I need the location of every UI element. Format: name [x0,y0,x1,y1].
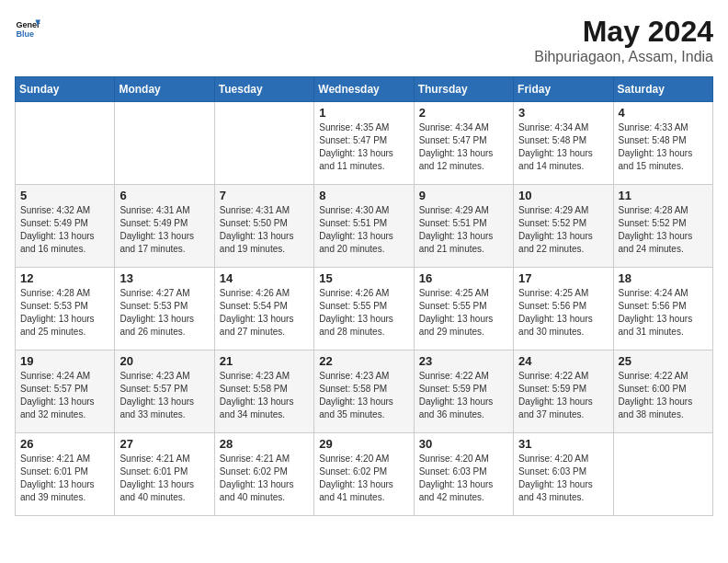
weekday-header-sunday: Sunday [16,77,115,102]
calendar-cell: 2Sunrise: 4:34 AM Sunset: 5:47 PM Daylig… [414,102,513,185]
calendar-cell: 1Sunrise: 4:35 AM Sunset: 5:47 PM Daylig… [314,102,414,185]
calendar-cell: 25Sunrise: 4:22 AM Sunset: 6:00 PM Dayli… [613,350,712,433]
day-number: 23 [419,354,508,368]
day-number: 26 [20,437,109,451]
day-number: 28 [220,437,309,451]
day-number: 9 [419,189,508,202]
day-info: Sunrise: 4:35 AM Sunset: 5:47 PM Dayligh… [319,121,408,173]
calendar-cell: 14Sunrise: 4:26 AM Sunset: 5:54 PM Dayli… [214,268,313,350]
day-number: 27 [119,437,209,451]
day-info: Sunrise: 4:25 AM Sunset: 5:55 PM Dayligh… [419,287,508,339]
day-number: 17 [518,271,608,285]
day-number: 25 [619,354,708,368]
weekday-header-monday: Monday [115,77,214,102]
day-number: 10 [518,189,608,202]
calendar-cell: 10Sunrise: 4:29 AM Sunset: 5:52 PM Dayli… [514,185,613,268]
day-info: Sunrise: 4:34 AM Sunset: 5:48 PM Dayligh… [518,121,608,173]
calendar-cell: 28Sunrise: 4:21 AM Sunset: 6:02 PM Dayli… [214,433,313,516]
day-number: 12 [20,271,109,285]
day-number: 16 [419,271,508,285]
calendar-cell: 13Sunrise: 4:27 AM Sunset: 5:53 PM Dayli… [115,268,214,350]
week-row-3: 12Sunrise: 4:28 AM Sunset: 5:53 PM Dayli… [16,268,713,350]
day-number: 7 [220,189,309,202]
day-info: Sunrise: 4:31 AM Sunset: 5:49 PM Dayligh… [119,204,209,256]
day-number: 19 [20,354,109,368]
day-info: Sunrise: 4:28 AM Sunset: 5:52 PM Dayligh… [619,204,708,256]
day-info: Sunrise: 4:20 AM Sunset: 6:02 PM Dayligh… [319,453,408,504]
calendar-cell: 15Sunrise: 4:26 AM Sunset: 5:55 PM Dayli… [314,268,414,350]
day-info: Sunrise: 4:22 AM Sunset: 5:59 PM Dayligh… [518,370,608,421]
calendar-cell: 27Sunrise: 4:21 AM Sunset: 6:01 PM Dayli… [115,433,214,516]
day-info: Sunrise: 4:22 AM Sunset: 6:00 PM Dayligh… [619,370,708,421]
day-info: Sunrise: 4:23 AM Sunset: 5:58 PM Dayligh… [319,370,408,421]
day-number: 2 [419,106,508,120]
day-info: Sunrise: 4:24 AM Sunset: 5:56 PM Dayligh… [619,287,708,339]
day-number: 30 [419,437,508,451]
day-number: 6 [119,189,209,202]
location-subtitle: Bihpuriagaon, Assam, India [534,49,713,65]
calendar-cell [214,102,313,185]
calendar-cell: 6Sunrise: 4:31 AM Sunset: 5:49 PM Daylig… [115,185,214,268]
weekday-header-wednesday: Wednesday [314,77,414,102]
day-number: 31 [518,437,608,451]
calendar-cell: 4Sunrise: 4:33 AM Sunset: 5:48 PM Daylig… [613,102,712,185]
day-number: 18 [619,271,708,285]
day-info: Sunrise: 4:22 AM Sunset: 5:59 PM Dayligh… [419,370,508,421]
calendar-cell: 31Sunrise: 4:20 AM Sunset: 6:03 PM Dayli… [514,433,613,516]
day-number: 5 [20,189,109,202]
weekday-header-friday: Friday [514,77,613,102]
day-number: 13 [119,271,209,285]
title-area: May 2024 Bihpuriagaon, Assam, India [534,15,713,65]
day-info: Sunrise: 4:31 AM Sunset: 5:50 PM Dayligh… [220,204,309,256]
day-number: 20 [119,354,209,368]
day-number: 22 [319,354,408,368]
day-info: Sunrise: 4:24 AM Sunset: 5:57 PM Dayligh… [20,370,109,421]
day-number: 3 [518,106,608,120]
calendar-cell: 17Sunrise: 4:25 AM Sunset: 5:56 PM Dayli… [514,268,613,350]
day-number: 4 [619,106,708,120]
calendar-cell [115,102,214,185]
day-number: 24 [518,354,608,368]
day-info: Sunrise: 4:32 AM Sunset: 5:49 PM Dayligh… [20,204,109,256]
day-number: 1 [319,106,408,120]
day-info: Sunrise: 4:20 AM Sunset: 6:03 PM Dayligh… [518,453,608,504]
month-year-title: May 2024 [534,15,713,49]
day-info: Sunrise: 4:29 AM Sunset: 5:51 PM Dayligh… [419,204,508,256]
calendar-cell: 11Sunrise: 4:28 AM Sunset: 5:52 PM Dayli… [613,185,712,268]
day-info: Sunrise: 4:34 AM Sunset: 5:47 PM Dayligh… [419,121,508,173]
page-header: General Blue May 2024 Bihpuriagaon, Assa… [15,15,713,65]
day-info: Sunrise: 4:28 AM Sunset: 5:53 PM Dayligh… [20,287,109,339]
day-number: 8 [319,189,408,202]
week-row-5: 26Sunrise: 4:21 AM Sunset: 6:01 PM Dayli… [16,433,713,516]
day-info: Sunrise: 4:25 AM Sunset: 5:56 PM Dayligh… [518,287,608,339]
calendar-cell: 26Sunrise: 4:21 AM Sunset: 6:01 PM Dayli… [16,433,115,516]
day-number: 15 [319,271,408,285]
day-info: Sunrise: 4:26 AM Sunset: 5:54 PM Dayligh… [220,287,309,339]
day-info: Sunrise: 4:23 AM Sunset: 5:58 PM Dayligh… [220,370,309,421]
calendar-table: SundayMondayTuesdayWednesdayThursdayFrid… [15,76,713,516]
weekday-header-tuesday: Tuesday [214,77,313,102]
calendar-cell [613,433,712,516]
calendar-cell: 20Sunrise: 4:23 AM Sunset: 5:57 PM Dayli… [115,350,214,433]
day-number: 29 [319,437,408,451]
day-info: Sunrise: 4:21 AM Sunset: 6:01 PM Dayligh… [119,453,209,504]
week-row-4: 19Sunrise: 4:24 AM Sunset: 5:57 PM Dayli… [16,350,713,433]
day-info: Sunrise: 4:21 AM Sunset: 6:02 PM Dayligh… [220,453,309,504]
day-info: Sunrise: 4:27 AM Sunset: 5:53 PM Dayligh… [119,287,209,339]
day-number: 14 [220,271,309,285]
calendar-cell: 8Sunrise: 4:30 AM Sunset: 5:51 PM Daylig… [314,185,414,268]
calendar-cell: 19Sunrise: 4:24 AM Sunset: 5:57 PM Dayli… [16,350,115,433]
weekday-header-row: SundayMondayTuesdayWednesdayThursdayFrid… [16,77,713,102]
day-number: 21 [220,354,309,368]
calendar-cell: 29Sunrise: 4:20 AM Sunset: 6:02 PM Dayli… [314,433,414,516]
calendar-cell: 18Sunrise: 4:24 AM Sunset: 5:56 PM Dayli… [613,268,712,350]
weekday-header-saturday: Saturday [613,77,712,102]
logo: General Blue [15,15,40,40]
day-info: Sunrise: 4:33 AM Sunset: 5:48 PM Dayligh… [619,121,708,173]
week-row-1: 1Sunrise: 4:35 AM Sunset: 5:47 PM Daylig… [16,102,713,185]
calendar-cell: 23Sunrise: 4:22 AM Sunset: 5:59 PM Dayli… [414,350,513,433]
week-row-2: 5Sunrise: 4:32 AM Sunset: 5:49 PM Daylig… [16,185,713,268]
day-info: Sunrise: 4:26 AM Sunset: 5:55 PM Dayligh… [319,287,408,339]
calendar-cell: 12Sunrise: 4:28 AM Sunset: 5:53 PM Dayli… [16,268,115,350]
calendar-cell: 5Sunrise: 4:32 AM Sunset: 5:49 PM Daylig… [16,185,115,268]
